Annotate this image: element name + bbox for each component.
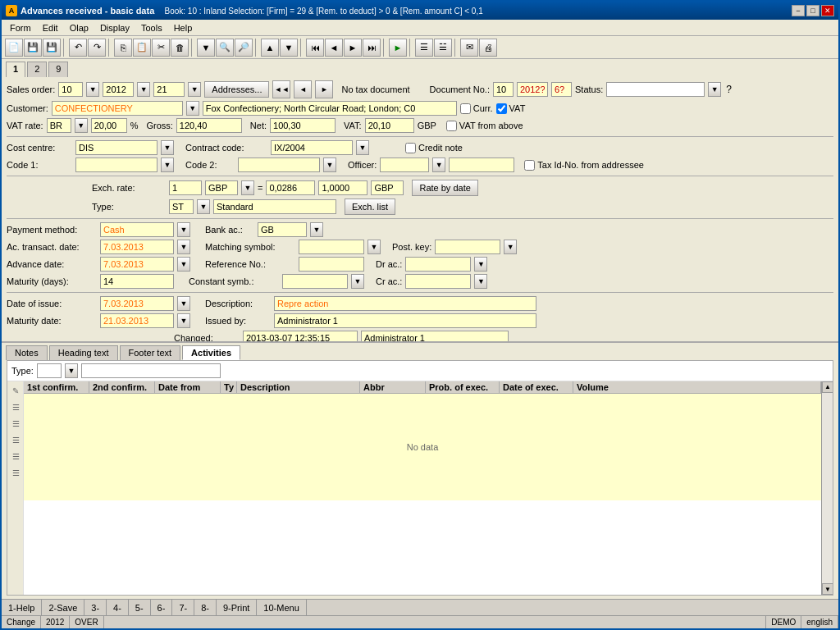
- tax-id-label[interactable]: Tax Id-No. from addressee: [524, 160, 644, 171]
- maturity-date-field[interactable]: [100, 313, 174, 328]
- matching-field[interactable]: [299, 240, 364, 254]
- vat-from-above-checkbox[interactable]: [446, 121, 457, 131]
- scroll-track[interactable]: [822, 393, 833, 584]
- toolbar-cut[interactable]: ✂: [152, 39, 170, 57]
- status-save[interactable]: 2-Save: [42, 600, 84, 615]
- nav-prev-btn[interactable]: ◄◄: [272, 80, 290, 98]
- minimize-button[interactable]: −: [792, 5, 805, 16]
- status-help[interactable]: 1-Help: [2, 600, 42, 615]
- nav-prev2-btn[interactable]: ◄: [294, 80, 312, 98]
- changed-by-field[interactable]: [361, 331, 509, 341]
- doc-num-field[interactable]: [551, 82, 572, 97]
- cost-centre-field[interactable]: [75, 140, 158, 155]
- toolbar-undo[interactable]: ↶: [69, 39, 87, 57]
- vat-rate-field[interactable]: [47, 118, 71, 133]
- type-field[interactable]: [169, 199, 194, 214]
- toolbar-save2[interactable]: 💾: [43, 39, 61, 57]
- doc-year-field[interactable]: [517, 82, 548, 97]
- bank-field[interactable]: [258, 222, 307, 237]
- contract-field[interactable]: [271, 140, 353, 155]
- scrollbar[interactable]: ▲ ▼: [821, 381, 833, 596]
- exch-rate-val3[interactable]: [318, 180, 368, 195]
- toolbar-nav4[interactable]: ⏭: [363, 39, 381, 57]
- status-print[interactable]: 9-Print: [217, 600, 257, 615]
- tab-activities[interactable]: Activities: [182, 345, 240, 360]
- sales-order-book-dropdown[interactable]: ▼: [86, 82, 99, 97]
- activities-type-dropdown[interactable]: ▼: [65, 363, 78, 378]
- status-7[interactable]: 7-: [172, 600, 194, 615]
- sales-order-year-dropdown[interactable]: ▼: [137, 82, 150, 97]
- exch-rate-val2[interactable]: [266, 180, 315, 195]
- date-issue-dropdown[interactable]: ▼: [177, 296, 190, 311]
- curr-checkbox-label[interactable]: Curr.: [460, 103, 493, 114]
- const-field[interactable]: [282, 274, 348, 289]
- curr-checkbox[interactable]: [460, 103, 471, 114]
- net-field[interactable]: [270, 118, 336, 133]
- toolbar-search[interactable]: 🔍: [216, 39, 234, 57]
- payment-method-field[interactable]: [100, 222, 174, 237]
- tab-footer-text[interactable]: Footer text: [120, 345, 181, 360]
- rate-by-date-button[interactable]: Rate by date: [412, 180, 477, 196]
- sales-order-book[interactable]: [58, 82, 83, 97]
- desc-field[interactable]: [274, 296, 536, 311]
- toolbar-email[interactable]: ✉: [460, 39, 478, 57]
- addresses-button[interactable]: Addresses...: [204, 81, 269, 98]
- post-key-dropdown[interactable]: ▼: [504, 240, 517, 254]
- contract-dropdown[interactable]: ▼: [356, 140, 369, 155]
- activities-type-field[interactable]: [37, 363, 62, 378]
- toolbar-delete[interactable]: 🗑: [171, 39, 189, 57]
- tab-2[interactable]: 2: [27, 62, 47, 77]
- cr-ac-dropdown[interactable]: ▼: [474, 274, 487, 289]
- row-icon-3[interactable]: ☰: [7, 432, 24, 449]
- menu-tools[interactable]: Tools: [136, 22, 167, 34]
- exch-rate-currency1[interactable]: [205, 180, 238, 195]
- officer-name-field[interactable]: [449, 158, 514, 172]
- toolbar-find[interactable]: 🔎: [235, 39, 253, 57]
- matching-dropdown[interactable]: ▼: [368, 240, 381, 254]
- row-icon-4[interactable]: ☰: [7, 449, 24, 465]
- code2-field[interactable]: [238, 158, 320, 172]
- maturity-date-dropdown[interactable]: ▼: [177, 313, 190, 328]
- sales-order-year[interactable]: [103, 82, 134, 97]
- code1-field[interactable]: [75, 158, 158, 172]
- vat-from-above-label[interactable]: VAT from above: [446, 121, 523, 131]
- activities-type-desc-field[interactable]: [81, 363, 221, 378]
- menu-edit[interactable]: Edit: [38, 22, 63, 34]
- type-dropdown[interactable]: ▼: [197, 199, 210, 214]
- issued-field[interactable]: [274, 313, 536, 328]
- menu-form[interactable]: Form: [5, 22, 36, 34]
- toolbar-down[interactable]: ▼: [280, 39, 298, 57]
- toolbar-redo[interactable]: ↷: [88, 39, 106, 57]
- scroll-up-btn[interactable]: ▲: [822, 381, 833, 393]
- date-issue-field[interactable]: [100, 296, 174, 311]
- credit-note-label[interactable]: Credit note: [405, 143, 463, 153]
- exch-rate-val1[interactable]: [169, 180, 202, 195]
- row-icon-1[interactable]: ☰: [7, 399, 24, 416]
- menu-display[interactable]: Display: [95, 22, 135, 34]
- advance-date-dropdown[interactable]: ▼: [177, 257, 190, 272]
- gross-field[interactable]: [176, 118, 242, 133]
- credit-note-checkbox[interactable]: [405, 143, 416, 153]
- cr-ac-field[interactable]: [405, 274, 471, 289]
- exch-currency1-dropdown[interactable]: ▼: [241, 180, 254, 195]
- toolbar-act1[interactable]: ☰: [415, 39, 433, 57]
- scroll-down-btn[interactable]: ▼: [822, 583, 833, 595]
- doc-no-field[interactable]: [493, 82, 514, 97]
- status-dropdown[interactable]: ▼: [708, 82, 721, 97]
- tab-1[interactable]: 1: [6, 62, 25, 77]
- changed-date-field[interactable]: [243, 331, 358, 341]
- vat-checkbox-label[interactable]: VAT: [496, 103, 526, 114]
- nav-next-btn[interactable]: ►: [315, 80, 333, 98]
- maturity-field[interactable]: [100, 274, 174, 289]
- row-icon-2[interactable]: ☰: [7, 416, 24, 432]
- toolbar-copy[interactable]: ⎘: [114, 39, 132, 57]
- toolbar-act2[interactable]: ☱: [434, 39, 452, 57]
- status-field[interactable]: [606, 82, 705, 97]
- vat-percent-field[interactable]: [91, 118, 127, 133]
- vat-amount-field[interactable]: [365, 118, 414, 133]
- ref-field[interactable]: [299, 257, 364, 272]
- toolbar-nav2[interactable]: ◄: [325, 39, 343, 57]
- tab-heading-text[interactable]: Heading text: [49, 345, 118, 360]
- toolbar-paste[interactable]: 📋: [133, 39, 151, 57]
- status-3[interactable]: 3-: [84, 600, 107, 615]
